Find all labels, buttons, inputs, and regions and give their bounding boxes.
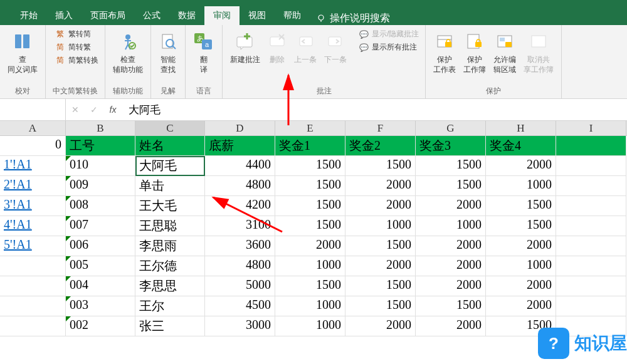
cell[interactable]: 1000 <box>416 216 486 236</box>
cell[interactable] <box>556 136 626 156</box>
cell[interactable]: 5000 <box>205 276 275 296</box>
cell[interactable]: 工号 <box>66 136 135 156</box>
cell[interactable]: 5'!A1 <box>0 236 66 256</box>
cell[interactable]: 4400 <box>205 156 275 176</box>
name-box[interactable] <box>0 99 66 120</box>
cell[interactable]: 李思思 <box>135 276 205 296</box>
col-G[interactable]: G <box>416 121 486 135</box>
cell[interactable]: 大阿毛 <box>135 156 205 176</box>
cell[interactable] <box>556 296 626 316</box>
cell[interactable]: 2000 <box>416 196 486 216</box>
translate-button[interactable]: あa 翻 译 <box>189 28 218 76</box>
trad-to-simp-button[interactable]: 繁繁转简 <box>52 28 101 41</box>
col-E[interactable]: E <box>275 121 345 135</box>
cell[interactable]: 1000 <box>275 296 345 316</box>
cell[interactable]: 2000 <box>275 236 345 256</box>
cell[interactable]: 2'!A1 <box>0 176 66 196</box>
col-B[interactable]: B <box>66 121 135 135</box>
cell[interactable]: 4'!A1 <box>0 216 66 236</box>
cell[interactable]: 奖金2 <box>345 136 416 156</box>
cell[interactable]: 3600 <box>205 236 275 256</box>
cell[interactable]: 1500 <box>275 156 345 176</box>
cell[interactable]: 1500 <box>275 216 345 236</box>
cell[interactable] <box>556 276 626 296</box>
cell[interactable]: 4200 <box>205 196 275 216</box>
cell[interactable] <box>556 176 626 196</box>
cell[interactable]: 2000 <box>345 176 416 196</box>
cell[interactable]: 004 <box>66 276 135 296</box>
cell[interactable]: 005 <box>66 256 135 276</box>
cell[interactable]: 1000 <box>275 256 345 276</box>
cell[interactable]: 002 <box>66 316 135 336</box>
cell[interactable]: 1500 <box>416 156 486 176</box>
cell[interactable]: 3100 <box>205 216 275 236</box>
tab-data[interactable]: 数据 <box>169 6 204 25</box>
cell[interactable]: 单击 <box>135 176 205 196</box>
cell[interactable]: 1500 <box>345 236 416 256</box>
cell[interactable]: 1500 <box>416 176 486 196</box>
cell[interactable]: 姓名 <box>135 136 205 156</box>
tab-layout[interactable]: 页面布局 <box>82 6 134 25</box>
spreadsheet[interactable]: A B C D E F G H I 0 工号 姓名 底薪 奖金1 奖金2 奖金3… <box>0 121 627 336</box>
tab-insert[interactable]: 插入 <box>46 6 82 25</box>
cell[interactable]: 2000 <box>486 276 556 296</box>
cell[interactable] <box>556 196 626 216</box>
cell[interactable]: 2000 <box>416 236 486 256</box>
cell[interactable]: 1500 <box>275 276 345 296</box>
col-H[interactable]: H <box>486 121 556 135</box>
col-A[interactable]: A <box>0 121 66 135</box>
cell[interactable]: 1000 <box>275 316 345 336</box>
cell[interactable]: 1500 <box>275 196 345 216</box>
cell[interactable]: 奖金3 <box>416 136 486 156</box>
protect-sheet-button[interactable]: 保护 工作表 <box>429 28 460 76</box>
cell[interactable]: 王思聪 <box>135 216 205 236</box>
cell[interactable]: 010 <box>66 156 135 176</box>
cell[interactable]: 奖金1 <box>275 136 345 156</box>
cell[interactable]: 0 <box>0 136 66 156</box>
allow-edit-ranges-button[interactable]: 允许编 辑区域 <box>490 28 520 76</box>
cell[interactable]: 底薪 <box>205 136 275 156</box>
check-accessibility-button[interactable]: 检查 辅助功能 <box>109 28 147 76</box>
column-headers[interactable]: A B C D E F G H I <box>0 121 627 136</box>
cell[interactable] <box>0 256 66 276</box>
tab-home[interactable]: 开始 <box>11 6 46 25</box>
protect-workbook-button[interactable]: 保护 工作簿 <box>460 28 490 76</box>
tell-me-search[interactable]: 操作说明搜索 <box>316 12 390 25</box>
cell[interactable]: 2000 <box>416 256 486 276</box>
cell[interactable] <box>556 256 626 276</box>
convert-button[interactable]: 简简繁转换 <box>52 54 101 67</box>
cell[interactable]: 4800 <box>205 256 275 276</box>
cell[interactable]: 3'!A1 <box>0 196 66 216</box>
smart-lookup-button[interactable]: 智能 查找 <box>155 28 181 76</box>
cell[interactable]: 1500 <box>345 296 416 316</box>
cell[interactable]: 007 <box>66 216 135 236</box>
cell[interactable]: 1500 <box>486 216 556 236</box>
cell[interactable] <box>556 236 626 256</box>
cell[interactable]: 2000 <box>345 256 416 276</box>
cell[interactable]: 张三 <box>135 316 205 336</box>
tab-view[interactable]: 视图 <box>240 6 275 25</box>
fx-icon[interactable]: fx <box>103 105 122 115</box>
cell[interactable]: 2000 <box>486 236 556 256</box>
tab-help[interactable]: 帮助 <box>275 6 310 25</box>
cell[interactable]: 1500 <box>275 176 345 196</box>
col-D[interactable]: D <box>205 121 275 135</box>
col-C[interactable]: C <box>135 121 205 135</box>
col-F[interactable]: F <box>345 121 416 135</box>
cell[interactable]: 2000 <box>345 316 416 336</box>
tab-formulas[interactable]: 公式 <box>134 6 169 25</box>
cell[interactable]: 2000 <box>486 296 556 316</box>
show-all-comments-button[interactable]: 💬显示所有批注 <box>356 41 421 54</box>
cell[interactable]: 006 <box>66 236 135 256</box>
cell[interactable] <box>0 316 66 336</box>
cell[interactable]: 李思雨 <box>135 236 205 256</box>
cell[interactable]: 009 <box>66 176 135 196</box>
cell[interactable] <box>556 216 626 236</box>
cell[interactable] <box>0 276 66 296</box>
cell[interactable]: 3000 <box>205 316 275 336</box>
cell[interactable]: 2000 <box>416 276 486 296</box>
cell[interactable]: 4500 <box>205 296 275 316</box>
simp-to-trad-button[interactable]: 简简转繁 <box>52 41 101 54</box>
cell[interactable]: 1500 <box>345 276 416 296</box>
cell[interactable] <box>556 156 626 176</box>
